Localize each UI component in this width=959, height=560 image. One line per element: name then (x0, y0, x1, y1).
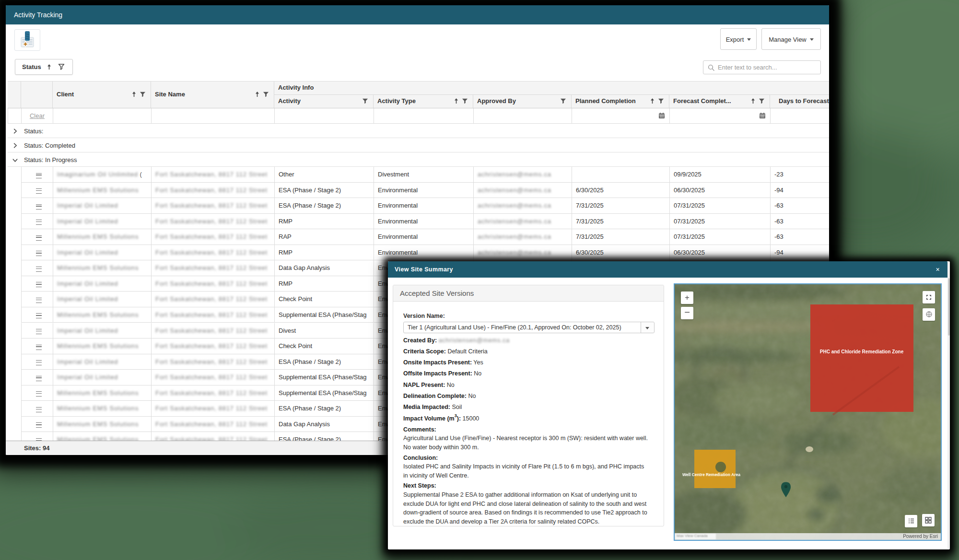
svg-text:PHC and Chloride Remediation Z: PHC and Chloride Remediation Zone (820, 349, 904, 354)
svg-text:Well Centre Remediation Area: Well Centre Remediation Area (682, 472, 740, 477)
